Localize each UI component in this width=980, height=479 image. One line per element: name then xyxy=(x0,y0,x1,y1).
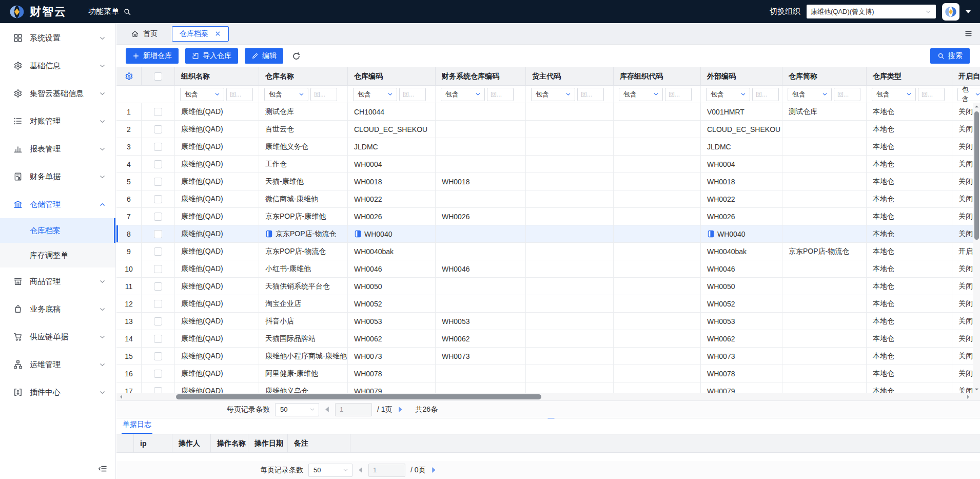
sidebar-subitem-仓库档案[interactable]: 仓库档案 xyxy=(0,218,115,243)
row-checkbox[interactable] xyxy=(154,108,162,116)
row-checkbox[interactable] xyxy=(154,247,162,256)
horizontal-scrollbar[interactable] xyxy=(116,393,980,401)
row-checkbox[interactable] xyxy=(154,265,162,273)
row-checkbox[interactable] xyxy=(154,125,162,133)
row-checkbox[interactable] xyxy=(154,195,162,203)
row-checkbox[interactable] xyxy=(154,317,162,325)
filter-operator-select[interactable]: 包含 xyxy=(264,88,308,101)
scroll-left-icon[interactable] xyxy=(119,394,124,399)
page-number-input[interactable] xyxy=(335,403,372,416)
sidebar-item-基础信息[interactable]: 基础信息 xyxy=(0,52,115,80)
next-page-icon[interactable] xyxy=(431,467,437,473)
filter-operator-select[interactable]: 包含 xyxy=(531,88,575,101)
row-checkbox[interactable] xyxy=(154,387,162,393)
vertical-scroll-thumb[interactable] xyxy=(974,111,979,240)
table-row[interactable]: 2康维他(QAD)百世云仓CLOUD_EC_SHEKOUCLOUD_EC_SHE… xyxy=(116,121,980,138)
add-warehouse-button[interactable]: 新增仓库 xyxy=(126,48,179,64)
edit-button[interactable]: 编辑 xyxy=(245,48,283,64)
filter-value-input[interactable] xyxy=(834,88,860,101)
filter-operator-select[interactable]: 包含 xyxy=(788,88,832,101)
sidebar-item-对账管理[interactable]: 对账管理 xyxy=(0,107,115,135)
table-row[interactable]: 8康维他(QAD)京东POP店-物流仓WH0040WH0040本地仓关闭 xyxy=(116,225,980,243)
scroll-down-icon[interactable] xyxy=(974,387,979,392)
table-row[interactable]: 16康维他(QAD)阿里健康-康维他WH0078WH0078本地仓关闭 xyxy=(116,365,980,382)
filter-operator-select[interactable]: 包含 xyxy=(619,88,663,101)
sidebar-collapse-icon[interactable] xyxy=(98,465,107,473)
function-menu[interactable]: 功能菜单 xyxy=(88,7,131,16)
prev-page-icon[interactable] xyxy=(358,467,363,473)
filter-value-input[interactable] xyxy=(226,88,253,101)
filter-value-input[interactable] xyxy=(752,88,779,101)
table-row[interactable]: 6康维他(QAD)微信商城-康维他WH0022WH0022本地仓关闭 xyxy=(116,190,980,208)
table-row[interactable]: 12康维他(QAD)淘宝企业店WH0052WH0052本地仓关闭 xyxy=(116,295,980,313)
settings-gear-icon[interactable] xyxy=(125,72,133,81)
filter-operator-select[interactable]: 包含 xyxy=(872,88,916,101)
table-row[interactable]: 3康维他(QAD)康维他义务仓JLDMCJLDMC本地仓关闭 xyxy=(116,138,980,156)
filter-value-input[interactable] xyxy=(487,88,514,101)
log-per-page-select[interactable]: 50 xyxy=(308,464,352,477)
sidebar-item-插件中心[interactable]: 插件中心 xyxy=(0,378,115,406)
scroll-right-icon[interactable] xyxy=(966,394,971,399)
row-checkbox[interactable] xyxy=(154,230,162,238)
tab-warehouse-archive[interactable]: 仓库档案 xyxy=(172,26,229,42)
filter-value-input[interactable] xyxy=(577,88,604,101)
table-row[interactable]: 13康维他(QAD)抖音小店WH0053WH0053WH0053本地仓关闭 xyxy=(116,313,980,330)
vertical-scrollbar[interactable] xyxy=(973,103,980,393)
table-row[interactable]: 14康维他(QAD)天猫国际品牌站WH0062WH0062WH0062本地仓关闭 xyxy=(116,330,980,348)
table-row[interactable]: 7康维他(QAD)京东POP店-康维他WH0026WH0026WH0026本地仓… xyxy=(116,208,980,225)
table-row[interactable]: 11康维他(QAD)天猫供销系统平台仓WH0050WH0050本地仓关闭 xyxy=(116,278,980,295)
horizontal-scroll-thumb[interactable] xyxy=(176,394,541,399)
per-page-select[interactable]: 50 xyxy=(275,403,319,416)
close-icon[interactable] xyxy=(214,30,221,37)
sidebar-item-供应链单据[interactable]: 供应链单据 xyxy=(0,323,115,351)
sidebar-item-集智云基础信息[interactable]: 集智云基础信息 xyxy=(0,80,115,107)
row-checkbox[interactable] xyxy=(154,213,162,221)
filter-value-input[interactable] xyxy=(918,88,945,101)
log-page-number-input[interactable] xyxy=(368,464,405,477)
row-checkbox[interactable] xyxy=(154,178,162,186)
filter-value-input[interactable] xyxy=(310,88,337,101)
sidebar-item-业务底稿[interactable]: 业务底稿 xyxy=(0,295,115,323)
sidebar-item-仓储管理[interactable]: 仓储管理 xyxy=(0,190,115,218)
scroll-up-icon[interactable] xyxy=(974,104,979,109)
import-warehouse-button[interactable]: 导入仓库 xyxy=(185,48,238,64)
filter-operator-select[interactable]: 包含 xyxy=(706,88,750,101)
filter-value-input[interactable] xyxy=(665,88,692,101)
select-all-checkbox[interactable] xyxy=(154,72,162,81)
sidebar-item-财务单据[interactable]: 财务单据 xyxy=(0,163,115,190)
row-checkbox[interactable] xyxy=(154,370,162,378)
filter-value-input[interactable] xyxy=(399,88,426,101)
filter-operator-select[interactable]: 包含 xyxy=(180,88,224,101)
row-checkbox[interactable] xyxy=(154,335,162,343)
table-row[interactable]: 1康维他(QAD)测试仓库CH10044V001HMRT测试仓库本地仓关闭 xyxy=(116,103,980,121)
tab-home[interactable]: 首页 xyxy=(124,26,165,42)
sidebar-item-报表管理[interactable]: 报表管理 xyxy=(0,135,115,163)
table-row[interactable]: 9康维他(QAD)京东POP店-物流仓WH0040bakWH0040bak京东P… xyxy=(116,243,980,260)
table-row[interactable]: 5康维他(QAD)天猫-康维他WH0018WH0018WH0018本地仓关闭 xyxy=(116,173,980,190)
row-checkbox[interactable] xyxy=(154,282,162,291)
tab-list-icon[interactable] xyxy=(964,29,973,38)
user-avatar-button[interactable] xyxy=(942,3,959,21)
filter-operator-select[interactable]: 包含 xyxy=(353,88,397,101)
table-row[interactable]: 10康维他(QAD)小红书-康维他WH0046WH0046WH0046本地仓关闭 xyxy=(116,260,980,278)
row-checkbox[interactable] xyxy=(154,160,162,168)
sidebar-subitem-库存调整单[interactable]: 库存调整单 xyxy=(0,243,115,267)
filter-operator-select[interactable]: 包含 xyxy=(957,88,980,101)
row-checkbox[interactable] xyxy=(154,352,162,360)
user-menu-caret-icon[interactable] xyxy=(966,10,971,13)
sidebar-item-商品管理[interactable]: 商品管理 xyxy=(0,267,115,295)
org-select[interactable]: 康维他(QAD)(曾文博) xyxy=(807,5,936,18)
search-button[interactable]: 搜索 xyxy=(930,48,970,64)
row-checkbox[interactable] xyxy=(154,300,162,308)
sidebar-item-运维管理[interactable]: 运维管理 xyxy=(0,351,115,378)
refresh-icon[interactable] xyxy=(292,52,301,61)
table-row[interactable]: 17康维他(QAD)康维他义乌仓WH0079WH0079本地仓关闭 xyxy=(116,382,980,393)
tab-document-log[interactable]: 单据日志 xyxy=(122,420,152,434)
filter-operator-select[interactable]: 包含 xyxy=(441,88,485,101)
table-row[interactable]: 15康维他(QAD)康维他小程序商城-康维他WH0073WH0073WH0073… xyxy=(116,348,980,365)
prev-page-icon[interactable] xyxy=(324,406,330,413)
next-page-icon[interactable] xyxy=(398,406,403,413)
sidebar-item-系统设置[interactable]: 系统设置 xyxy=(0,24,115,52)
row-checkbox[interactable] xyxy=(154,143,162,151)
table-row[interactable]: 4康维他(QAD)工作仓WH0004WH0004本地仓关闭 xyxy=(116,156,980,173)
